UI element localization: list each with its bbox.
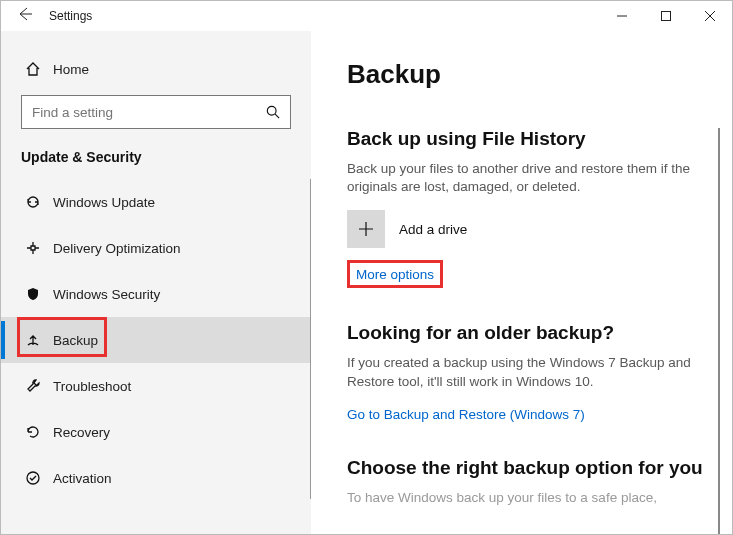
plus-icon	[347, 210, 385, 248]
maximize-icon	[661, 11, 671, 21]
minimize-button[interactable]	[600, 1, 644, 31]
more-options-link[interactable]: More options	[356, 267, 434, 282]
sidebar: Home Update & Security Windows Update	[1, 31, 311, 534]
activation-icon	[25, 470, 53, 486]
sidebar-item-windows-update[interactable]: Windows Update	[1, 179, 310, 225]
sidebar-item-backup[interactable]: Backup	[1, 317, 310, 363]
older-backup-heading: Looking for an older backup?	[347, 322, 712, 344]
backup-icon	[25, 332, 53, 348]
sidebar-item-label: Troubleshoot	[53, 379, 131, 394]
home-icon	[25, 61, 53, 77]
sidebar-item-recovery[interactable]: Recovery	[1, 409, 310, 455]
file-history-heading: Back up using File History	[347, 128, 712, 150]
shield-icon	[25, 286, 53, 302]
sidebar-item-label: Windows Update	[53, 195, 155, 210]
older-backup-link[interactable]: Go to Backup and Restore (Windows 7)	[347, 407, 585, 422]
add-drive-label: Add a drive	[399, 222, 467, 237]
sidebar-item-troubleshoot[interactable]: Troubleshoot	[1, 363, 310, 409]
app-title: Settings	[41, 9, 92, 23]
page-title: Backup	[347, 59, 720, 90]
svg-point-1	[267, 106, 276, 115]
svg-point-2	[27, 472, 39, 484]
file-history-desc: Back up your files to another drive and …	[347, 160, 712, 196]
arrow-left-icon	[17, 6, 33, 22]
sidebar-home-label: Home	[53, 62, 89, 77]
sidebar-item-label: Delivery Optimization	[53, 241, 181, 256]
add-drive-button[interactable]: Add a drive	[347, 210, 712, 248]
titlebar: Settings	[1, 1, 732, 31]
search-icon	[266, 105, 280, 119]
sidebar-item-label: Windows Security	[53, 287, 160, 302]
wrench-icon	[25, 378, 53, 394]
sidebar-item-windows-security[interactable]: Windows Security	[1, 271, 310, 317]
sidebar-navlist: Windows Update Delivery Optimization Win…	[1, 179, 311, 499]
svg-rect-0	[662, 12, 671, 21]
sidebar-item-label: Backup	[53, 333, 98, 348]
sidebar-section-label: Update & Security	[1, 149, 311, 179]
search-input[interactable]	[32, 105, 266, 120]
sidebar-item-label: Recovery	[53, 425, 110, 440]
search-box[interactable]	[21, 95, 291, 129]
back-button[interactable]	[9, 6, 41, 26]
sidebar-home[interactable]: Home	[1, 49, 311, 89]
older-backup-desc: If you created a backup using the Window…	[347, 354, 712, 390]
sidebar-item-activation[interactable]: Activation	[1, 455, 310, 499]
minimize-icon	[617, 11, 627, 21]
section-choose-option: Choose the right backup option for you T…	[347, 457, 712, 507]
highlight-more-options: More options	[347, 260, 443, 288]
content-pane: Backup Back up using File History Back u…	[311, 31, 732, 534]
recovery-icon	[25, 424, 53, 440]
section-older-backup: Looking for an older backup? If you crea…	[347, 322, 712, 422]
sidebar-item-delivery-optimization[interactable]: Delivery Optimization	[1, 225, 310, 271]
close-button[interactable]	[688, 1, 732, 31]
settings-window: Settings Home Update & Security	[0, 0, 733, 535]
choose-heading: Choose the right backup option for you	[347, 457, 712, 479]
section-file-history: Back up using File History Back up your …	[347, 128, 712, 288]
sidebar-item-label: Activation	[53, 471, 112, 486]
maximize-button[interactable]	[644, 1, 688, 31]
choose-desc: To have Windows back up your files to a …	[347, 489, 712, 507]
sync-icon	[25, 194, 53, 210]
delivery-icon	[25, 240, 53, 256]
close-icon	[705, 11, 715, 21]
